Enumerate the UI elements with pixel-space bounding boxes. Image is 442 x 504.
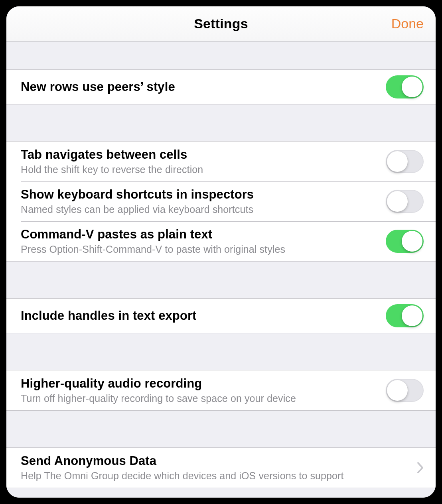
row-title: Command-V pastes as plain text bbox=[21, 227, 378, 242]
toggle-new-rows-peer-style[interactable] bbox=[386, 75, 424, 98]
toggle-hq-audio[interactable] bbox=[386, 379, 424, 402]
row-paste-plain-text: Command-V pastes as plain text Press Opt… bbox=[6, 221, 436, 261]
row-title: Higher-quality audio recording bbox=[21, 376, 378, 392]
row-subtitle: Press Option-Shift-Command-V to paste wi… bbox=[21, 243, 378, 256]
row-include-handles-export: Include handles in text export bbox=[6, 299, 436, 333]
row-title: Tab navigates between cells bbox=[21, 147, 378, 163]
row-subtitle: Turn off higher-quality recording to sav… bbox=[21, 392, 378, 405]
group-privacy: Send Anonymous Data Help The Omni Group … bbox=[6, 447, 436, 488]
row-subtitle: Hold the shift key to reverse the direct… bbox=[21, 163, 378, 176]
row-keyboard-shortcuts: Show keyboard shortcuts in inspectors Na… bbox=[6, 181, 436, 221]
toggle-include-handles-export[interactable] bbox=[386, 304, 424, 327]
row-title: Show keyboard shortcuts in inspectors bbox=[21, 187, 378, 203]
navbar: Settings Done bbox=[6, 6, 436, 41]
done-button[interactable]: Done bbox=[391, 6, 424, 41]
row-title: Include handles in text export bbox=[21, 308, 378, 324]
settings-list: New rows use peers’ style Tab navigates … bbox=[6, 41, 436, 498]
row-title: Send Anonymous Data bbox=[21, 453, 409, 469]
group-audio: Higher-quality audio recording Turn off … bbox=[6, 370, 436, 411]
row-tab-navigates: Tab navigates between cells Hold the shi… bbox=[6, 142, 436, 181]
group-keyboard: Tab navigates between cells Hold the shi… bbox=[6, 141, 436, 262]
row-hq-audio: Higher-quality audio recording Turn off … bbox=[6, 370, 436, 410]
toggle-keyboard-shortcuts[interactable] bbox=[386, 190, 424, 213]
toggle-paste-plain-text[interactable] bbox=[386, 230, 424, 253]
row-title: New rows use peers’ style bbox=[21, 79, 378, 95]
row-subtitle: Help The Omni Group decide which devices… bbox=[21, 470, 409, 482]
group-export: Include handles in text export bbox=[6, 298, 436, 333]
chevron-right-icon bbox=[417, 462, 424, 473]
page-title: Settings bbox=[194, 16, 248, 32]
row-send-anonymous-data[interactable]: Send Anonymous Data Help The Omni Group … bbox=[6, 448, 436, 488]
group-rows: New rows use peers’ style bbox=[6, 69, 436, 104]
row-new-rows-peer-style: New rows use peers’ style bbox=[6, 70, 436, 104]
row-subtitle: Named styles can be applied via keyboard… bbox=[21, 203, 378, 216]
toggle-tab-navigates[interactable] bbox=[386, 150, 424, 173]
